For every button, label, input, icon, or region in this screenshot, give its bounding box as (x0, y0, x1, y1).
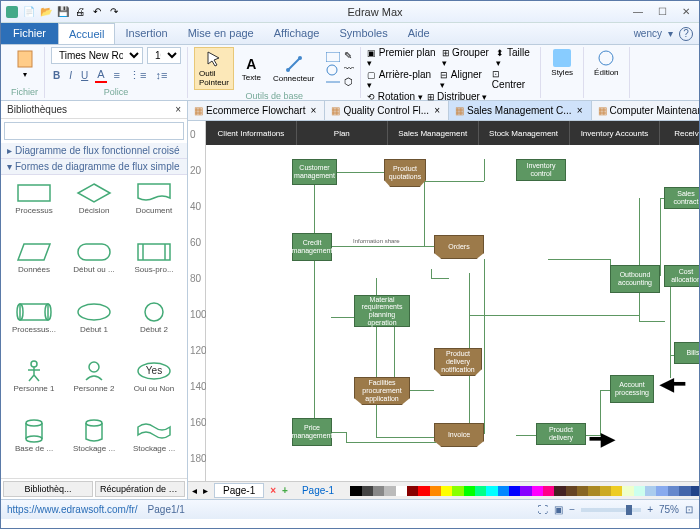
color-swatch[interactable] (634, 486, 645, 496)
size-button[interactable]: ⬍ Taille ▾ (496, 47, 534, 68)
shape-subp[interactable]: Sous-pro... (125, 238, 183, 295)
font-size-select[interactable]: 10 (147, 47, 181, 64)
group-button[interactable]: ⊞ Grouper ▾ (442, 47, 493, 68)
library-category-crossfunc[interactable]: ▸Diagramme de flux fonctionnel croisé (1, 143, 187, 159)
color-swatch[interactable] (498, 486, 509, 496)
color-swatch[interactable] (645, 486, 656, 496)
doc-tab-1[interactable]: ▦Quality Control Fl...× (325, 101, 449, 120)
node-prod-del-notif[interactable]: Product delivery notification (434, 348, 482, 376)
status-url[interactable]: https://www.edrawsoft.com/fr/ (7, 504, 138, 515)
view-full-icon[interactable]: ⛶ (538, 504, 548, 515)
node-outbound-acc[interactable]: Outbound accounting (610, 265, 660, 293)
page-add-icon[interactable]: + (282, 485, 288, 496)
color-swatch[interactable] (577, 486, 588, 496)
qat-print-icon[interactable]: 🖨 (73, 5, 87, 19)
qat-new-icon[interactable]: 📄 (22, 5, 36, 19)
text-tool-button[interactable]: ATexte (238, 54, 265, 84)
color-swatch[interactable] (611, 486, 622, 496)
shape-roundrect[interactable]: Début ou ... (65, 238, 123, 295)
page-next-icon[interactable]: ▸ (203, 485, 208, 496)
node-bills[interactable]: Bills (674, 342, 700, 364)
qat-undo-icon[interactable]: ↶ (90, 5, 104, 19)
node-inventory-ctrl[interactable]: Inventory control (516, 159, 566, 181)
node-price-mgmt[interactable]: Price management (292, 418, 332, 446)
color-swatch[interactable] (691, 486, 701, 496)
shape-doc[interactable]: Document (125, 179, 183, 236)
color-swatch[interactable] (418, 486, 429, 496)
node-mat-req[interactable]: Material requirements planning operation (354, 295, 410, 327)
node-credit-mgmt[interactable]: Credit management (292, 233, 332, 261)
bullets-button[interactable]: ⋮≡ (127, 68, 148, 83)
tab-aide[interactable]: Aide (398, 23, 440, 44)
help-icon[interactable]: ? (679, 27, 693, 41)
color-swatch[interactable] (566, 486, 577, 496)
font-family-select[interactable]: Times New Roman (51, 47, 143, 64)
shape-cyl2[interactable]: Stockage ... (65, 417, 123, 474)
node-orders[interactable]: Orders (434, 235, 484, 259)
file-menu-button[interactable]: Fichier (1, 23, 58, 44)
node-facilities[interactable]: Facilities procurement application (354, 377, 410, 405)
minimize-button[interactable]: — (629, 5, 647, 19)
doc-tab-2[interactable]: ▦Sales Management C...× (449, 101, 592, 120)
library-search-input[interactable] (4, 122, 184, 140)
doc-tab-close-icon[interactable]: × (308, 105, 318, 116)
doc-tab-close-icon[interactable]: × (575, 105, 585, 116)
shape-diamond[interactable]: Décision (65, 179, 123, 236)
color-swatch[interactable] (452, 486, 463, 496)
library-category-simple[interactable]: ▾Formes de diagramme de flux simple (1, 159, 187, 175)
color-swatch[interactable] (396, 486, 407, 496)
tab-affichage[interactable]: Affichage (264, 23, 330, 44)
node-product-delivery[interactable]: Proudct delivery (536, 423, 586, 445)
shape-circle[interactable]: Début 2 (125, 298, 183, 355)
color-swatch[interactable] (464, 486, 475, 496)
doc-tab-close-icon[interactable]: × (432, 105, 442, 116)
tab-mise-en-page[interactable]: Mise en page (178, 23, 264, 44)
font-color-button[interactable]: A (95, 67, 106, 83)
color-swatch[interactable] (384, 486, 395, 496)
spacing-button[interactable]: ↕≡ (153, 68, 169, 82)
library-close-icon[interactable]: × (175, 104, 181, 115)
connector-tool-button[interactable]: Connecteur (269, 53, 318, 85)
color-swatch[interactable] (679, 486, 690, 496)
shape-line-icon[interactable] (326, 78, 340, 86)
zoom-fit-icon[interactable]: ⊡ (685, 504, 693, 515)
zoom-slider[interactable] (581, 508, 641, 512)
color-swatch[interactable] (407, 486, 418, 496)
library-footer-btn2[interactable]: Récupération de fich... (95, 481, 185, 497)
tab-accueil[interactable]: Accueil (58, 23, 115, 44)
qat-save-icon[interactable]: 💾 (56, 5, 70, 19)
shape-ellipse[interactable]: Début 1 (65, 298, 123, 355)
align-button[interactable]: ≡ (112, 68, 122, 82)
shape-poly-icon[interactable]: ⬡ (344, 76, 354, 87)
color-swatch[interactable] (350, 486, 361, 496)
shape-circle-icon[interactable] (326, 64, 340, 76)
tab-insertion[interactable]: Insertion (115, 23, 177, 44)
color-swatch[interactable] (543, 486, 554, 496)
page-prev-icon[interactable]: ◂ (192, 485, 197, 496)
color-swatch[interactable] (520, 486, 531, 496)
pointer-tool-button[interactable]: Outil Pointeur (194, 47, 234, 90)
shape-yes[interactable]: YesOui ou Non (125, 357, 183, 414)
shape-rect-icon[interactable] (326, 52, 340, 62)
shape-cyl-h[interactable]: Processus... (5, 298, 63, 355)
shape-para[interactable]: Données (5, 238, 63, 295)
node-invoice[interactable]: Invoice (434, 423, 484, 447)
color-swatch[interactable] (486, 486, 497, 496)
shape-rect[interactable]: Processus (5, 179, 63, 236)
node-product-quot[interactable]: Product quotations (384, 159, 426, 187)
italic-button[interactable]: I (67, 68, 74, 82)
center-button[interactable]: ⊡ Centrer (492, 69, 534, 90)
color-swatch[interactable] (441, 486, 452, 496)
page-tab-1[interactable]: Page-1 (214, 483, 264, 498)
color-swatch[interactable] (588, 486, 599, 496)
underline-button[interactable]: U (79, 68, 90, 82)
color-swatch[interactable] (509, 486, 520, 496)
doc-tab-0[interactable]: ▦Ecommerce Flowchart× (188, 101, 325, 120)
shape-person[interactable]: Personne 1 (5, 357, 63, 414)
zoom-out-icon[interactable]: − (569, 504, 575, 515)
close-button[interactable]: ✕ (677, 5, 695, 19)
page-tab-2[interactable]: Page-1 (302, 485, 334, 496)
send-back-button[interactable]: ▢ Arrière-plan ▾ (367, 69, 436, 90)
shape-tape[interactable]: Stockage ... (125, 417, 183, 474)
color-swatch[interactable] (532, 486, 543, 496)
